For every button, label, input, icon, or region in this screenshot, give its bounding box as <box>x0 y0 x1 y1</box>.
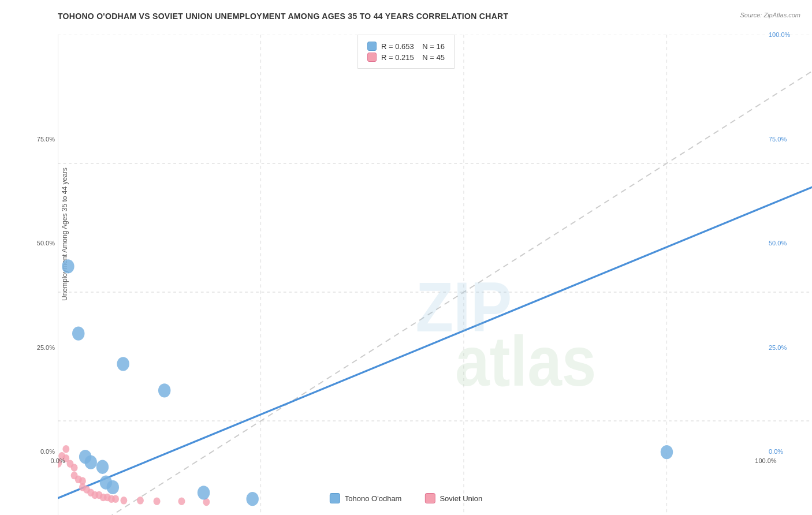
svg-point-19 <box>71 464 78 472</box>
svg-point-32 <box>120 497 127 505</box>
legend-label-blue: Tohono O'odham <box>345 494 402 503</box>
legend-item-pink: Soviet Union <box>424 493 482 503</box>
svg-point-46 <box>198 486 210 499</box>
y-tick-25: 25.0% <box>37 344 55 351</box>
chart-title: TOHONO O'ODHAM VS SOVIET UNION UNEMPLOYM… <box>46 12 800 21</box>
svg-point-33 <box>137 497 144 505</box>
legend-item-blue: Tohono O'odham <box>330 493 402 503</box>
y-tick-right-25: 25.0% <box>769 344 787 351</box>
legend-row-blue: R = 0.653 N = 16 <box>367 42 445 51</box>
legend-row-pink: R = 0.215 N = 45 <box>367 53 445 62</box>
y-tick-right-100: 100.0% <box>769 31 790 38</box>
x-tick-100: 100.0% <box>755 457 776 464</box>
svg-point-31 <box>112 495 119 503</box>
svg-point-43 <box>107 480 119 494</box>
svg-point-35 <box>178 497 185 505</box>
y-tick-75: 75.0% <box>37 136 55 143</box>
chart-container: TOHONO O'ODHAM VS SOVIET UNION UNEMPLOYM… <box>0 0 812 515</box>
y-tick-right-50: 50.0% <box>769 240 787 247</box>
legend-swatch-blue-bottom <box>330 493 340 503</box>
bottom-legend: Tohono O'odham Soviet Union <box>330 493 482 503</box>
y-tick-50: 50.0% <box>37 240 55 247</box>
y-tick-0: 0.0% <box>40 448 55 455</box>
svg-point-41 <box>96 460 109 474</box>
svg-point-34 <box>154 497 161 505</box>
y-tick-right-75: 75.0% <box>769 136 787 143</box>
svg-point-40 <box>84 455 96 469</box>
y-tick-right-0: 0.0% <box>769 448 783 455</box>
x-tick-0: 0.0% <box>50 457 65 464</box>
legend-swatch-pink-bottom <box>424 493 435 503</box>
plot-overlay: 0.0% 25.0% 50.0% 75.0% 0.0% 25.0% 50.0% … <box>58 35 766 451</box>
legend-label-pink: Soviet Union <box>439 494 482 503</box>
source-text: Source: ZipAtlas.com <box>740 12 800 18</box>
chart-legend: R = 0.653 N = 16 R = 0.215 N = 45 <box>357 35 455 69</box>
svg-point-47 <box>246 492 258 506</box>
